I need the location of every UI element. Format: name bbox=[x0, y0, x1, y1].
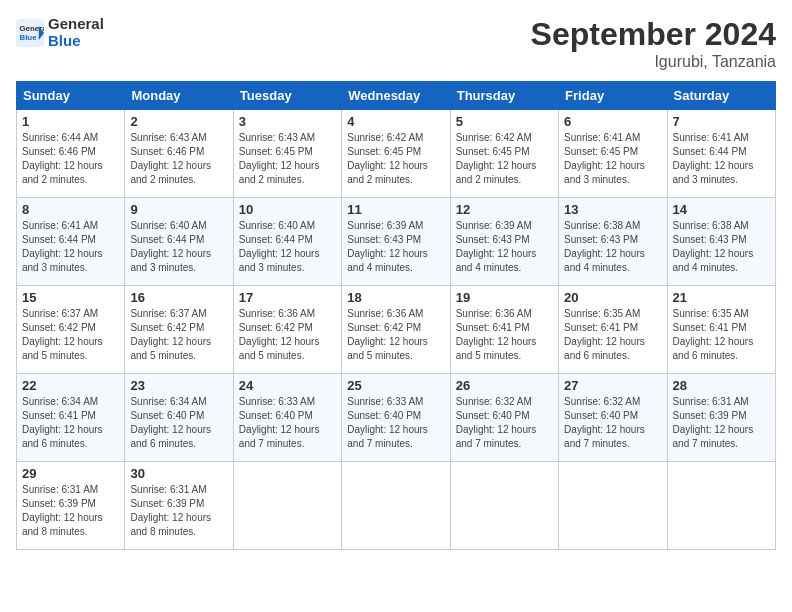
calendar-cell: 30 Sunrise: 6:31 AMSunset: 6:39 PMDaylig… bbox=[125, 462, 233, 550]
calendar-cell: 14 Sunrise: 6:38 AMSunset: 6:43 PMDaylig… bbox=[667, 198, 775, 286]
calendar-cell: 20 Sunrise: 6:35 AMSunset: 6:41 PMDaylig… bbox=[559, 286, 667, 374]
day-number: 7 bbox=[673, 114, 770, 129]
day-info: Sunrise: 6:41 AMSunset: 6:44 PMDaylight:… bbox=[22, 220, 103, 273]
day-info: Sunrise: 6:37 AMSunset: 6:42 PMDaylight:… bbox=[22, 308, 103, 361]
day-number: 19 bbox=[456, 290, 553, 305]
calendar-cell: 3 Sunrise: 6:43 AMSunset: 6:45 PMDayligh… bbox=[233, 110, 341, 198]
calendar-cell: 26 Sunrise: 6:32 AMSunset: 6:40 PMDaylig… bbox=[450, 374, 558, 462]
day-number: 17 bbox=[239, 290, 336, 305]
calendar-cell: 22 Sunrise: 6:34 AMSunset: 6:41 PMDaylig… bbox=[17, 374, 125, 462]
weekday-header-row: SundayMondayTuesdayWednesdayThursdayFrid… bbox=[17, 82, 776, 110]
svg-text:Blue: Blue bbox=[20, 33, 38, 42]
day-number: 8 bbox=[22, 202, 119, 217]
weekday-header-sunday: Sunday bbox=[17, 82, 125, 110]
calendar-cell: 17 Sunrise: 6:36 AMSunset: 6:42 PMDaylig… bbox=[233, 286, 341, 374]
day-number: 12 bbox=[456, 202, 553, 217]
day-info: Sunrise: 6:32 AMSunset: 6:40 PMDaylight:… bbox=[564, 396, 645, 449]
weekday-header-saturday: Saturday bbox=[667, 82, 775, 110]
calendar-cell bbox=[559, 462, 667, 550]
logo-icon: General Blue bbox=[16, 19, 44, 47]
day-info: Sunrise: 6:34 AMSunset: 6:41 PMDaylight:… bbox=[22, 396, 103, 449]
day-info: Sunrise: 6:36 AMSunset: 6:42 PMDaylight:… bbox=[239, 308, 320, 361]
day-info: Sunrise: 6:43 AMSunset: 6:45 PMDaylight:… bbox=[239, 132, 320, 185]
day-info: Sunrise: 6:35 AMSunset: 6:41 PMDaylight:… bbox=[673, 308, 754, 361]
day-number: 6 bbox=[564, 114, 661, 129]
calendar-cell: 24 Sunrise: 6:33 AMSunset: 6:40 PMDaylig… bbox=[233, 374, 341, 462]
calendar-cell bbox=[667, 462, 775, 550]
calendar-cell: 9 Sunrise: 6:40 AMSunset: 6:44 PMDayligh… bbox=[125, 198, 233, 286]
day-info: Sunrise: 6:36 AMSunset: 6:41 PMDaylight:… bbox=[456, 308, 537, 361]
calendar-cell: 23 Sunrise: 6:34 AMSunset: 6:40 PMDaylig… bbox=[125, 374, 233, 462]
location-title: Igurubi, Tanzania bbox=[531, 53, 776, 71]
day-number: 20 bbox=[564, 290, 661, 305]
calendar-week-row: 8 Sunrise: 6:41 AMSunset: 6:44 PMDayligh… bbox=[17, 198, 776, 286]
day-number: 18 bbox=[347, 290, 444, 305]
calendar-cell: 2 Sunrise: 6:43 AMSunset: 6:46 PMDayligh… bbox=[125, 110, 233, 198]
day-info: Sunrise: 6:39 AMSunset: 6:43 PMDaylight:… bbox=[456, 220, 537, 273]
month-title: September 2024 bbox=[531, 16, 776, 53]
day-info: Sunrise: 6:44 AMSunset: 6:46 PMDaylight:… bbox=[22, 132, 103, 185]
calendar-cell bbox=[233, 462, 341, 550]
day-number: 14 bbox=[673, 202, 770, 217]
day-number: 22 bbox=[22, 378, 119, 393]
page-header: General Blue General Blue September 2024… bbox=[16, 16, 776, 71]
day-number: 24 bbox=[239, 378, 336, 393]
day-info: Sunrise: 6:38 AMSunset: 6:43 PMDaylight:… bbox=[564, 220, 645, 273]
day-info: Sunrise: 6:41 AMSunset: 6:44 PMDaylight:… bbox=[673, 132, 754, 185]
day-number: 29 bbox=[22, 466, 119, 481]
calendar-cell bbox=[450, 462, 558, 550]
calendar-title-area: September 2024 Igurubi, Tanzania bbox=[531, 16, 776, 71]
day-info: Sunrise: 6:40 AMSunset: 6:44 PMDaylight:… bbox=[130, 220, 211, 273]
calendar-cell: 5 Sunrise: 6:42 AMSunset: 6:45 PMDayligh… bbox=[450, 110, 558, 198]
day-number: 30 bbox=[130, 466, 227, 481]
day-info: Sunrise: 6:42 AMSunset: 6:45 PMDaylight:… bbox=[347, 132, 428, 185]
day-number: 2 bbox=[130, 114, 227, 129]
day-number: 25 bbox=[347, 378, 444, 393]
day-info: Sunrise: 6:40 AMSunset: 6:44 PMDaylight:… bbox=[239, 220, 320, 273]
day-number: 13 bbox=[564, 202, 661, 217]
calendar-cell: 13 Sunrise: 6:38 AMSunset: 6:43 PMDaylig… bbox=[559, 198, 667, 286]
day-info: Sunrise: 6:31 AMSunset: 6:39 PMDaylight:… bbox=[22, 484, 103, 537]
day-number: 23 bbox=[130, 378, 227, 393]
day-number: 5 bbox=[456, 114, 553, 129]
day-info: Sunrise: 6:38 AMSunset: 6:43 PMDaylight:… bbox=[673, 220, 754, 273]
calendar-cell: 12 Sunrise: 6:39 AMSunset: 6:43 PMDaylig… bbox=[450, 198, 558, 286]
day-info: Sunrise: 6:35 AMSunset: 6:41 PMDaylight:… bbox=[564, 308, 645, 361]
calendar-cell: 8 Sunrise: 6:41 AMSunset: 6:44 PMDayligh… bbox=[17, 198, 125, 286]
calendar-week-row: 29 Sunrise: 6:31 AMSunset: 6:39 PMDaylig… bbox=[17, 462, 776, 550]
calendar-cell: 21 Sunrise: 6:35 AMSunset: 6:41 PMDaylig… bbox=[667, 286, 775, 374]
weekday-header-monday: Monday bbox=[125, 82, 233, 110]
day-number: 27 bbox=[564, 378, 661, 393]
logo: General Blue General Blue bbox=[16, 16, 104, 49]
calendar-cell: 7 Sunrise: 6:41 AMSunset: 6:44 PMDayligh… bbox=[667, 110, 775, 198]
calendar-cell: 11 Sunrise: 6:39 AMSunset: 6:43 PMDaylig… bbox=[342, 198, 450, 286]
day-number: 15 bbox=[22, 290, 119, 305]
day-number: 4 bbox=[347, 114, 444, 129]
day-info: Sunrise: 6:33 AMSunset: 6:40 PMDaylight:… bbox=[239, 396, 320, 449]
calendar-cell: 18 Sunrise: 6:36 AMSunset: 6:42 PMDaylig… bbox=[342, 286, 450, 374]
day-info: Sunrise: 6:33 AMSunset: 6:40 PMDaylight:… bbox=[347, 396, 428, 449]
day-info: Sunrise: 6:32 AMSunset: 6:40 PMDaylight:… bbox=[456, 396, 537, 449]
calendar-week-row: 22 Sunrise: 6:34 AMSunset: 6:41 PMDaylig… bbox=[17, 374, 776, 462]
day-info: Sunrise: 6:39 AMSunset: 6:43 PMDaylight:… bbox=[347, 220, 428, 273]
day-number: 16 bbox=[130, 290, 227, 305]
day-number: 1 bbox=[22, 114, 119, 129]
calendar-cell: 15 Sunrise: 6:37 AMSunset: 6:42 PMDaylig… bbox=[17, 286, 125, 374]
day-info: Sunrise: 6:43 AMSunset: 6:46 PMDaylight:… bbox=[130, 132, 211, 185]
day-number: 28 bbox=[673, 378, 770, 393]
calendar-cell: 10 Sunrise: 6:40 AMSunset: 6:44 PMDaylig… bbox=[233, 198, 341, 286]
calendar-cell: 1 Sunrise: 6:44 AMSunset: 6:46 PMDayligh… bbox=[17, 110, 125, 198]
day-number: 11 bbox=[347, 202, 444, 217]
day-info: Sunrise: 6:31 AMSunset: 6:39 PMDaylight:… bbox=[130, 484, 211, 537]
weekday-header-wednesday: Wednesday bbox=[342, 82, 450, 110]
calendar-cell bbox=[342, 462, 450, 550]
day-number: 10 bbox=[239, 202, 336, 217]
calendar-cell: 29 Sunrise: 6:31 AMSunset: 6:39 PMDaylig… bbox=[17, 462, 125, 550]
weekday-header-thursday: Thursday bbox=[450, 82, 558, 110]
day-number: 3 bbox=[239, 114, 336, 129]
calendar-week-row: 1 Sunrise: 6:44 AMSunset: 6:46 PMDayligh… bbox=[17, 110, 776, 198]
calendar-cell: 27 Sunrise: 6:32 AMSunset: 6:40 PMDaylig… bbox=[559, 374, 667, 462]
day-info: Sunrise: 6:36 AMSunset: 6:42 PMDaylight:… bbox=[347, 308, 428, 361]
calendar-cell: 25 Sunrise: 6:33 AMSunset: 6:40 PMDaylig… bbox=[342, 374, 450, 462]
day-number: 26 bbox=[456, 378, 553, 393]
